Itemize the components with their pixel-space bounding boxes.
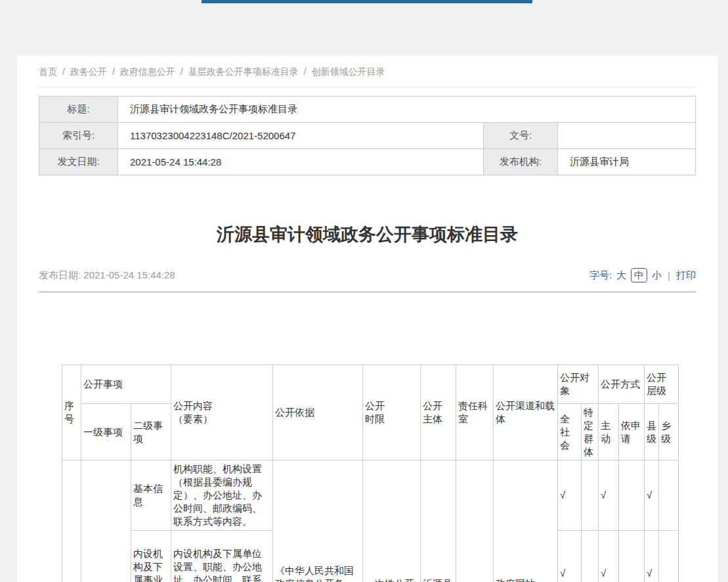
meta-row-date: 发文日期: 2021-05-24 15:44:28 发布机构: 沂源县审计局 <box>39 149 696 175</box>
font-size-label: 字号: <box>589 269 612 282</box>
cell-time-limit: 一次性公开并动态调整 <box>363 460 421 582</box>
breadcrumb-item-jiceng[interactable]: 基层政务公开事项标准目录 <box>188 66 299 77</box>
top-nav-highlight-bar <box>202 0 532 3</box>
article-meta-row: 发布日期: 2021-05-24 15:44:28 字号: 大 中 小 | 打印 <box>39 268 696 292</box>
cell-content: 机构职能、机构设置（根据县委编办规定）、办公地址、办公时间、邮政编码、联系方式等… <box>171 460 273 531</box>
meta-date-label: 发文日期: <box>39 149 118 175</box>
cell-channel: 政府网站 公开查阅点 <box>494 460 558 582</box>
th-level-county: 县 级 <box>645 404 659 460</box>
cell-check-county: √ <box>645 531 659 582</box>
meta-docno-value <box>558 123 696 149</box>
th-method-group: 公开方式 <box>599 365 645 404</box>
table-row: 基本信息 机构职能、机构设置（根据县委编办规定）、办公地址、办公时间、邮政编码、… <box>62 460 679 531</box>
page-title: 沂源县审计领域政务公开事项标准目录 <box>39 223 696 246</box>
cell-subject: 沂源县审计局 <box>421 460 456 582</box>
breadcrumb-item-chuangxin[interactable]: 创新领域公开目录 <box>312 66 385 77</box>
th-channel: 公开渠道和载 体 <box>494 365 558 460</box>
th-dept: 责任科 室 <box>456 365 494 460</box>
meta-row-title: 标题: 沂源县审计领域政务公开事项标准目录 <box>39 97 696 123</box>
divider-bar: | <box>668 270 670 281</box>
catalog-table: 序 号 公开事项 公开内容 （要素） 公开依据 公开 时限 公开 主体 责任科 … <box>62 365 679 582</box>
breadcrumb: 首页/政务公开/政府信息公开/基层政务公开事项标准目录/创新领域公开目录 <box>39 56 696 87</box>
cell-seq <box>62 460 81 582</box>
th-time-limit: 公开 时限 <box>363 365 421 460</box>
publish-date-value: 2021-05-24 15:44:28 <box>83 269 175 280</box>
cell-check-town <box>659 460 679 531</box>
catalog-header-row-1: 序 号 公开事项 公开内容 （要素） 公开依据 公开 时限 公开 主体 责任科 … <box>62 365 679 404</box>
cell-check-request <box>619 531 645 582</box>
cell-check-all: √ <box>558 531 582 582</box>
meta-row-index: 索引号: 11370323004223148C/2021-5200647 文号: <box>39 123 696 149</box>
th-level1: 一级事项 <box>81 404 131 460</box>
meta-title-label: 标题: <box>39 97 118 123</box>
th-level-group: 公开 层级 <box>645 365 679 404</box>
font-size-control: 字号: 大 中 小 | 打印 <box>589 268 696 282</box>
publish-date-label: 发布日期: <box>39 269 81 280</box>
cell-check-specific <box>582 531 599 582</box>
meta-date-value: 2021-05-24 15:44:28 <box>118 149 484 175</box>
cell-basis: 《中华人民共和国政府信息公开条例》（国务院令第711号） <box>273 460 363 582</box>
cell-level2: 内设机构及下属事业单位 <box>131 531 171 582</box>
print-button[interactable]: 打印 <box>676 269 696 282</box>
cell-level1 <box>81 460 131 582</box>
breadcrumb-item-home[interactable]: 首页 <box>39 66 57 77</box>
cell-check-request <box>619 460 645 531</box>
cell-check-active: √ <box>599 460 619 531</box>
cell-check-all: √ <box>558 460 582 531</box>
content-card: 首页/政务公开/政府信息公开/基层政务公开事项标准目录/创新领域公开目录 标题:… <box>17 56 717 582</box>
th-level2: 二级事 项 <box>131 404 171 460</box>
document-meta-table: 标题: 沂源县审计领域政务公开事项标准目录 索引号: 1137032300422… <box>39 96 696 175</box>
th-audience-all: 全社 会 <box>558 404 582 460</box>
cell-dept: 办公室 <box>456 460 494 582</box>
cell-check-active: √ <box>599 531 619 582</box>
th-audience-group: 公开对 象 <box>558 365 599 404</box>
meta-title-value: 沂源县审计领域政务公开事项标准目录 <box>118 97 696 123</box>
breadcrumb-item-xinxi[interactable]: 政府信息公开 <box>120 66 175 77</box>
th-content: 公开内容 （要素） <box>171 365 273 460</box>
th-method-active: 主 动 <box>599 404 619 460</box>
cell-check-town <box>659 531 679 582</box>
meta-org-label: 发布机构: <box>484 149 558 175</box>
meta-org-value: 沂源县审计局 <box>558 149 696 175</box>
meta-index-value: 11370323004223148C/2021-5200647 <box>118 123 484 149</box>
cell-level2: 基本信息 <box>131 460 171 531</box>
th-level-town: 乡 级 <box>659 404 679 460</box>
th-method-request: 依申 请 <box>619 404 645 460</box>
breadcrumb-item-zhengwu[interactable]: 政务公开 <box>70 66 107 77</box>
cell-check-county: √ <box>645 460 659 531</box>
font-size-large-button[interactable]: 大 <box>616 269 626 282</box>
breadcrumb-separator: / <box>62 66 65 77</box>
font-size-medium-button[interactable]: 中 <box>631 268 647 282</box>
th-seq: 序 号 <box>62 365 81 460</box>
th-item-group: 公开事项 <box>81 365 171 404</box>
font-size-small-button[interactable]: 小 <box>652 269 662 282</box>
th-subject: 公开 主体 <box>421 365 456 460</box>
cell-content: 内设机构及下属单位设置、职能、办公地址、办公时间、联系方式、负责人姓名等 <box>171 531 273 582</box>
th-audience-specific: 特 定 群 体 <box>582 404 599 460</box>
breadcrumb-separator: / <box>181 66 183 77</box>
th-basis: 公开依据 <box>273 365 363 460</box>
page: 首页/政务公开/政府信息公开/基层政务公开事项标准目录/创新领域公开目录 标题:… <box>0 0 728 582</box>
meta-docno-label: 文号: <box>484 123 558 149</box>
publish-date: 发布日期: 2021-05-24 15:44:28 <box>39 269 175 282</box>
breadcrumb-separator: / <box>304 66 307 77</box>
meta-index-label: 索引号: <box>39 123 118 149</box>
cell-check-specific <box>582 460 599 531</box>
breadcrumb-separator: / <box>112 66 115 77</box>
